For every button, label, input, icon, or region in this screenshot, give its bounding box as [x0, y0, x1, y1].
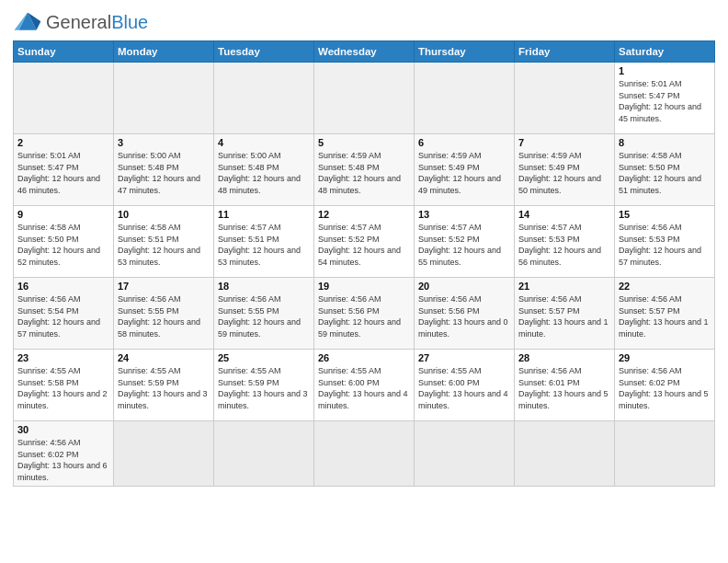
day-info: Sunrise: 4:59 AM Sunset: 5:49 PM Dayligh… [418, 150, 510, 196]
header: GeneralBlue [13, 9, 715, 35]
calendar-day [14, 63, 114, 134]
calendar-day [415, 421, 515, 487]
day-info: Sunrise: 5:00 AM Sunset: 5:48 PM Dayligh… [118, 150, 210, 196]
calendar-day: 3Sunrise: 5:00 AM Sunset: 5:48 PM Daylig… [114, 134, 214, 206]
day-info: Sunrise: 4:55 AM Sunset: 6:00 PM Dayligh… [418, 365, 510, 411]
day-number: 22 [619, 281, 711, 292]
calendar-day: 25Sunrise: 4:55 AM Sunset: 5:59 PM Dayli… [214, 350, 314, 421]
calendar-day: 8Sunrise: 4:58 AM Sunset: 5:50 PM Daylig… [615, 134, 715, 206]
calendar-day: 16Sunrise: 4:56 AM Sunset: 5:54 PM Dayli… [14, 278, 114, 350]
calendar-day [515, 421, 615, 487]
day-info: Sunrise: 4:59 AM Sunset: 5:48 PM Dayligh… [318, 150, 410, 196]
calendar-day [615, 421, 715, 487]
day-info: Sunrise: 4:59 AM Sunset: 5:49 PM Dayligh… [518, 150, 610, 196]
day-info: Sunrise: 5:01 AM Sunset: 5:47 PM Dayligh… [17, 150, 109, 196]
day-number: 15 [619, 209, 711, 220]
day-number: 19 [318, 281, 410, 292]
day-number: 29 [619, 352, 711, 363]
calendar-day [314, 421, 415, 487]
day-number: 26 [318, 352, 410, 363]
day-info: Sunrise: 4:55 AM Sunset: 5:58 PM Dayligh… [17, 365, 109, 411]
calendar-day: 5Sunrise: 4:59 AM Sunset: 5:48 PM Daylig… [314, 134, 415, 206]
logo-text: GeneralBlue [46, 13, 148, 31]
col-header-tuesday: Tuesday [214, 41, 314, 63]
calendar-header-row: SundayMondayTuesdayWednesdayThursdayFrid… [14, 41, 715, 63]
calendar-day: 28Sunrise: 4:56 AM Sunset: 6:01 PM Dayli… [515, 350, 615, 421]
calendar-day: 14Sunrise: 4:57 AM Sunset: 5:53 PM Dayli… [515, 206, 615, 278]
day-info: Sunrise: 4:58 AM Sunset: 5:51 PM Dayligh… [118, 222, 210, 268]
day-number: 17 [118, 281, 210, 292]
col-header-monday: Monday [114, 41, 214, 63]
day-info: Sunrise: 4:56 AM Sunset: 5:53 PM Dayligh… [619, 222, 711, 268]
day-number: 2 [17, 137, 109, 148]
calendar: SundayMondayTuesdayWednesdayThursdayFrid… [13, 40, 715, 487]
day-info: Sunrise: 4:58 AM Sunset: 5:50 PM Dayligh… [17, 222, 109, 268]
col-header-sunday: Sunday [14, 41, 114, 63]
calendar-day: 7Sunrise: 4:59 AM Sunset: 5:49 PM Daylig… [515, 134, 615, 206]
calendar-day [114, 421, 214, 487]
day-number: 30 [17, 424, 109, 435]
day-number: 10 [118, 209, 210, 220]
day-number: 3 [118, 137, 210, 148]
day-info: Sunrise: 4:56 AM Sunset: 5:57 PM Dayligh… [518, 293, 610, 339]
logo-icon [13, 9, 42, 35]
day-info: Sunrise: 5:00 AM Sunset: 5:48 PM Dayligh… [218, 150, 310, 196]
calendar-day: 2Sunrise: 5:01 AM Sunset: 5:47 PM Daylig… [14, 134, 114, 206]
calendar-day: 30Sunrise: 4:56 AM Sunset: 6:02 PM Dayli… [14, 421, 114, 487]
day-number: 23 [17, 352, 109, 363]
calendar-day: 21Sunrise: 4:56 AM Sunset: 5:57 PM Dayli… [515, 278, 615, 350]
day-number: 16 [17, 281, 109, 292]
day-info: Sunrise: 4:56 AM Sunset: 5:55 PM Dayligh… [118, 293, 210, 339]
day-number: 20 [418, 281, 510, 292]
day-number: 21 [518, 281, 610, 292]
day-number: 27 [418, 352, 510, 363]
day-number: 25 [218, 352, 310, 363]
day-info: Sunrise: 4:56 AM Sunset: 5:56 PM Dayligh… [318, 293, 410, 339]
col-header-thursday: Thursday [415, 41, 515, 63]
day-info: Sunrise: 4:57 AM Sunset: 5:51 PM Dayligh… [218, 222, 310, 268]
page: GeneralBlue SundayMondayTuesdayWednesday… [0, 0, 728, 563]
calendar-week-6: 30Sunrise: 4:56 AM Sunset: 6:02 PM Dayli… [14, 421, 715, 487]
calendar-day: 4Sunrise: 5:00 AM Sunset: 5:48 PM Daylig… [214, 134, 314, 206]
calendar-week-1: 1Sunrise: 5:01 AM Sunset: 5:47 PM Daylig… [14, 63, 715, 134]
calendar-day [114, 63, 214, 134]
calendar-day: 26Sunrise: 4:55 AM Sunset: 6:00 PM Dayli… [314, 350, 415, 421]
day-number: 12 [318, 209, 410, 220]
day-number: 13 [418, 209, 510, 220]
day-number: 8 [619, 137, 711, 148]
calendar-day: 29Sunrise: 4:56 AM Sunset: 6:02 PM Dayli… [615, 350, 715, 421]
calendar-day: 6Sunrise: 4:59 AM Sunset: 5:49 PM Daylig… [415, 134, 515, 206]
col-header-wednesday: Wednesday [314, 41, 415, 63]
day-info: Sunrise: 4:57 AM Sunset: 5:52 PM Dayligh… [318, 222, 410, 268]
day-number: 18 [218, 281, 310, 292]
calendar-day: 11Sunrise: 4:57 AM Sunset: 5:51 PM Dayli… [214, 206, 314, 278]
day-info: Sunrise: 4:57 AM Sunset: 5:52 PM Dayligh… [418, 222, 510, 268]
day-number: 4 [218, 137, 310, 148]
calendar-day: 13Sunrise: 4:57 AM Sunset: 5:52 PM Dayli… [415, 206, 515, 278]
calendar-day: 20Sunrise: 4:56 AM Sunset: 5:56 PM Dayli… [415, 278, 515, 350]
calendar-week-5: 23Sunrise: 4:55 AM Sunset: 5:58 PM Dayli… [14, 350, 715, 421]
day-info: Sunrise: 4:55 AM Sunset: 5:59 PM Dayligh… [118, 365, 210, 411]
calendar-day: 24Sunrise: 4:55 AM Sunset: 5:59 PM Dayli… [114, 350, 214, 421]
day-number: 7 [518, 137, 610, 148]
calendar-day [415, 63, 515, 134]
day-number: 1 [619, 65, 711, 76]
calendar-day: 15Sunrise: 4:56 AM Sunset: 5:53 PM Dayli… [615, 206, 715, 278]
day-number: 28 [518, 352, 610, 363]
calendar-day: 12Sunrise: 4:57 AM Sunset: 5:52 PM Dayli… [314, 206, 415, 278]
calendar-week-2: 2Sunrise: 5:01 AM Sunset: 5:47 PM Daylig… [14, 134, 715, 206]
day-info: Sunrise: 4:56 AM Sunset: 5:57 PM Dayligh… [619, 293, 711, 339]
day-info: Sunrise: 4:57 AM Sunset: 5:53 PM Dayligh… [518, 222, 610, 268]
day-info: Sunrise: 4:55 AM Sunset: 5:59 PM Dayligh… [218, 365, 310, 411]
calendar-week-4: 16Sunrise: 4:56 AM Sunset: 5:54 PM Dayli… [14, 278, 715, 350]
calendar-day: 17Sunrise: 4:56 AM Sunset: 5:55 PM Dayli… [114, 278, 214, 350]
day-number: 6 [418, 137, 510, 148]
col-header-saturday: Saturday [615, 41, 715, 63]
day-info: Sunrise: 4:55 AM Sunset: 6:00 PM Dayligh… [318, 365, 410, 411]
day-number: 9 [17, 209, 109, 220]
day-number: 14 [518, 209, 610, 220]
calendar-day [214, 63, 314, 134]
calendar-day [214, 421, 314, 487]
day-info: Sunrise: 4:56 AM Sunset: 6:02 PM Dayligh… [17, 437, 109, 483]
calendar-week-3: 9Sunrise: 4:58 AM Sunset: 5:50 PM Daylig… [14, 206, 715, 278]
